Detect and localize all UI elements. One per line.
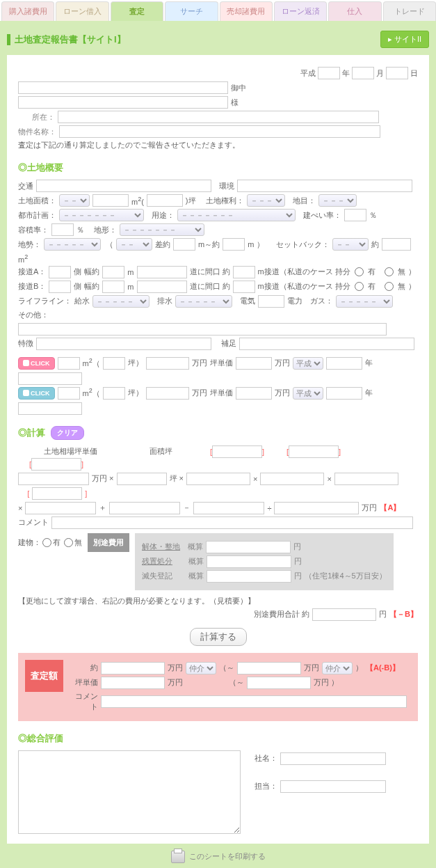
c-b1[interactable] [212,445,262,458]
b-era[interactable]: 平成 [293,387,323,400]
sama-input[interactable] [18,96,228,109]
roadB-name[interactable] [137,281,187,293]
env-input[interactable] [237,180,412,192]
zan-input[interactable] [207,555,291,568]
water-sel[interactable]: －－－－－ [92,295,150,308]
c-souba[interactable] [18,473,89,485]
roadA-side[interactable] [49,266,71,278]
year-input[interactable] [318,67,340,79]
print-link[interactable]: このシートを印刷する [7,844,429,868]
click-pink[interactable]: CLICK [18,357,55,370]
yoseki-input[interactable] [51,223,74,236]
feat-input[interactable] [36,338,211,350]
roadA-yes[interactable] [355,267,364,276]
moku-sel[interactable]: －－－ [318,194,357,207]
p-unit[interactable] [236,357,272,370]
roadA-w[interactable] [102,266,124,278]
b-man[interactable] [146,387,189,400]
company-input[interactable] [280,752,386,765]
use-sel[interactable]: －－－－－－－ [177,209,296,221]
tab-purchase[interactable]: 購入諸費用 [1,1,54,21]
c-f2[interactable] [260,473,324,485]
tab-stock[interactable]: 仕入 [328,1,381,21]
bld-yes[interactable] [42,538,51,547]
roadB-w[interactable] [102,281,124,293]
gas-sel[interactable]: －－－－－ [336,295,393,308]
r-v2[interactable] [237,662,301,674]
area-sel[interactable]: －－ [59,194,90,207]
click-blue[interactable]: CLICK [18,387,55,400]
r-t1[interactable] [101,677,165,689]
c-minus[interactable] [193,502,264,514]
clear-button[interactable]: クリア [51,426,84,440]
sa-sel[interactable]: －－ [116,238,152,251]
b-extra[interactable] [18,402,82,415]
area-tsubo[interactable] [147,194,183,207]
onchu-input[interactable] [18,81,228,94]
eval-textarea[interactable] [18,750,241,834]
tab-assess[interactable]: 査定 [111,1,163,21]
kai-input[interactable] [206,541,291,553]
r-sel2[interactable]: 仲介 [322,662,353,674]
p-extra[interactable] [18,372,82,385]
c-x[interactable] [25,502,96,514]
month-input[interactable] [352,67,374,79]
r-sel1[interactable]: 仲介 [186,662,216,674]
sa2[interactable] [223,238,245,251]
roadA-no[interactable] [385,267,394,276]
c-f1[interactable] [186,473,250,485]
setback-m[interactable] [382,238,411,251]
p-era[interactable]: 平成 [293,357,323,370]
plan-sel[interactable]: －－－－－－－ [59,209,144,221]
r-v1[interactable] [101,662,165,674]
roadB-yes[interactable] [355,282,364,291]
r-comment[interactable] [101,695,407,708]
roadB-side[interactable] [49,281,71,293]
c-plus[interactable] [109,502,180,514]
traffic-input[interactable] [36,180,211,192]
tab-trade[interactable]: トレード [383,1,436,21]
c-b4[interactable] [32,487,82,500]
roadB-no[interactable] [385,282,394,291]
p-man[interactable] [146,357,189,370]
b-m2[interactable] [58,387,80,400]
roadA-name[interactable] [137,266,187,278]
property-input[interactable] [59,125,380,138]
total-b[interactable] [312,608,376,621]
c-b2[interactable] [289,445,339,458]
sei-sel[interactable]: －－－－－ [44,238,101,251]
shape-sel[interactable]: －－－－－－－ [120,223,204,236]
c-comment[interactable] [51,516,413,529]
c-tsubo[interactable] [117,473,167,485]
sa1[interactable] [173,238,195,251]
day-input[interactable] [386,67,408,79]
site2-button[interactable]: ▸ サイトII [380,31,429,48]
other-input[interactable] [18,323,387,336]
tab-loan-in[interactable]: ローン借入 [56,1,108,21]
mes-input[interactable] [207,570,291,583]
p-yr[interactable] [326,357,362,370]
b-unit[interactable] [236,387,272,400]
c-res[interactable] [274,502,359,514]
tab-search[interactable]: サーチ [165,1,218,21]
tab-loan-out[interactable]: ローン返済 [274,1,327,21]
c-b3[interactable] [31,458,81,471]
calculate-button[interactable]: 計算する [190,628,247,646]
area-m2[interactable] [92,194,129,207]
kenpei-input[interactable] [344,209,366,221]
r-t2[interactable] [247,677,311,689]
b-yr[interactable] [326,387,362,400]
p-tsubo[interactable] [103,357,125,370]
right-sel[interactable]: －－－ [247,194,285,207]
p-m2[interactable] [58,357,80,370]
tab-sell[interactable]: 売却諸費用 [220,1,273,21]
supp-input[interactable] [239,338,414,350]
roadA-front[interactable] [233,266,255,278]
drain-sel[interactable]: －－－－－ [175,295,232,308]
person-input[interactable] [280,780,386,793]
zanchi-link[interactable]: 残置処分 [142,556,172,567]
roadB-front[interactable] [233,281,255,293]
kaitai-link[interactable]: 解体・整地 [142,542,180,552]
location-input[interactable] [58,111,379,123]
c-f3[interactable] [334,473,398,485]
